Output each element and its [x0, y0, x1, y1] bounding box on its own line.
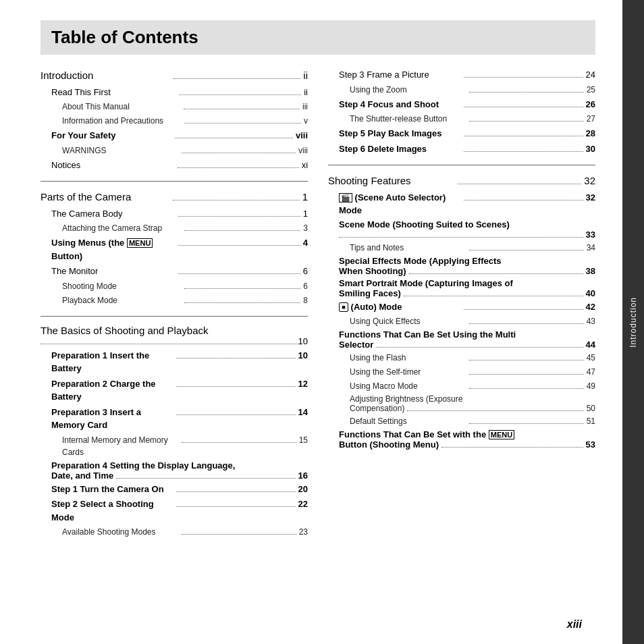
toc-entry: The Monitor 6 — [41, 265, 308, 278]
toc-entry-menu-button: Functions That Can Be Set with the MENU … — [328, 429, 595, 450]
toc-entry: Introduction ii — [41, 68, 308, 84]
toc-entry-basics-heading: The Basics of Shooting and Playback 10 — [41, 325, 308, 346]
toc-entry-using-menus: Using Menus (the MENU Button) 4 — [41, 236, 308, 263]
right-tab-label: Introduction — [628, 297, 638, 348]
toc-section-parts: Parts of the Camera 1 The Camera Body 1 … — [41, 190, 308, 306]
toc-entry-special-effects: Special Effects Mode (Applying Effects W… — [328, 256, 595, 276]
page-container: Table of Contents Introduction ii Read T… — [0, 0, 644, 644]
toc-entry: Playback Mode 8 — [41, 294, 308, 306]
toc-entry: The Shutter-release Button 27 — [328, 113, 595, 125]
toc-section-shooting-features: Shooting Features 32 🎬 (Scene Auto Selec… — [328, 173, 595, 450]
toc-entry-for-your-safety: For Your Safety viii — [41, 129, 308, 142]
page-title: Table of Contents — [51, 27, 585, 48]
toc-entry: Attaching the Camera Strap 3 — [41, 222, 308, 234]
toc-entry-scene-auto: 🎬 (Scene Auto Selector) Mode 32 — [328, 191, 595, 217]
divider — [328, 165, 595, 165]
toc-entry: Step 3 Frame a Picture 24 — [328, 68, 595, 82]
toc-entry: Preparation 2 Charge the Battery 12 — [41, 377, 308, 404]
page-number: xiii — [567, 618, 582, 630]
toc-entry-brightness: Adjusting Brightness (Exposure Compensat… — [328, 394, 595, 413]
divider — [41, 181, 308, 182]
toc-entry: Using Quick Effects 43 — [328, 315, 595, 327]
toc-entry: Step 4 Focus and Shoot 26 — [328, 98, 595, 111]
left-column: Introduction ii Read This First ii About… — [41, 68, 308, 547]
right-column: Step 3 Frame a Picture 24 Using the Zoom… — [328, 68, 595, 547]
toc-entry: Preparation 1 Insert the Battery 10 — [41, 349, 308, 375]
divider — [41, 316, 308, 317]
page-footer: xiii — [567, 618, 582, 630]
toc-entry: Using the Zoom 25 — [328, 84, 595, 96]
toc-entry: Tips and Notes 34 — [328, 242, 595, 254]
toc-entry: Step 6 Delete Images 30 — [328, 142, 595, 156]
toc-entry-notices: Notices xi — [41, 159, 308, 172]
toc-entry: Default Settings 51 — [328, 415, 595, 427]
toc-section-steps: Step 3 Frame a Picture 24 Using the Zoom… — [328, 68, 595, 155]
toc-entry: Using the Flash 45 — [328, 352, 595, 364]
toc-entry: Information and Precautions v — [41, 115, 308, 127]
toc-section-introduction: Introduction ii Read This First ii About… — [41, 68, 308, 171]
toc-entry: Parts of the Camera 1 — [41, 190, 308, 205]
toc-entry: Shooting Mode 6 — [41, 280, 308, 292]
toc-entry: Using the Self-timer 47 — [328, 366, 595, 378]
two-column-layout: Introduction ii Read This First ii About… — [41, 68, 595, 547]
title-box: Table of Contents — [41, 20, 595, 55]
toc-entry: The Camera Body 1 — [41, 207, 308, 221]
toc-entry: Internal Memory and Memory Cards 15 — [41, 434, 308, 458]
toc-entry-multi-selector: Functions That Can Be Set Using the Mult… — [328, 329, 595, 350]
toc-entry-prep4: Preparation 4 Setting the Display Langua… — [41, 460, 308, 481]
toc-entry: About This Manual iii — [41, 101, 308, 113]
toc-section-basics: The Basics of Shooting and Playback 10 P… — [41, 325, 308, 539]
toc-entry: Read This First ii — [41, 86, 308, 99]
toc-entry-smart-portrait: Smart Portrait Mode (Capturing Images of… — [328, 278, 595, 298]
toc-entry: Preparation 3 Insert a Memory Card 14 — [41, 406, 308, 432]
toc-entry-shooting-features: Shooting Features 32 — [328, 173, 595, 189]
toc-entry-scene-mode: Scene Mode (Shooting Suited to Scenes) 3… — [328, 219, 595, 240]
toc-entry: Step 2 Select a Shooting Mode 22 — [41, 498, 308, 524]
toc-entry: Using Macro Mode 49 — [328, 380, 595, 392]
main-content: Table of Contents Introduction ii Read T… — [0, 0, 622, 644]
toc-entry-auto-mode: ■ (Auto) Mode 42 — [328, 300, 595, 314]
toc-entry: Step 5 Play Back Images 28 — [328, 127, 595, 140]
toc-entry: Available Shooting Modes 23 — [41, 526, 308, 538]
toc-entry-warnings: WARNINGS viii — [41, 144, 308, 157]
toc-entry: Step 1 Turn the Camera On 20 — [41, 483, 308, 496]
right-tab: Introduction — [622, 0, 644, 644]
